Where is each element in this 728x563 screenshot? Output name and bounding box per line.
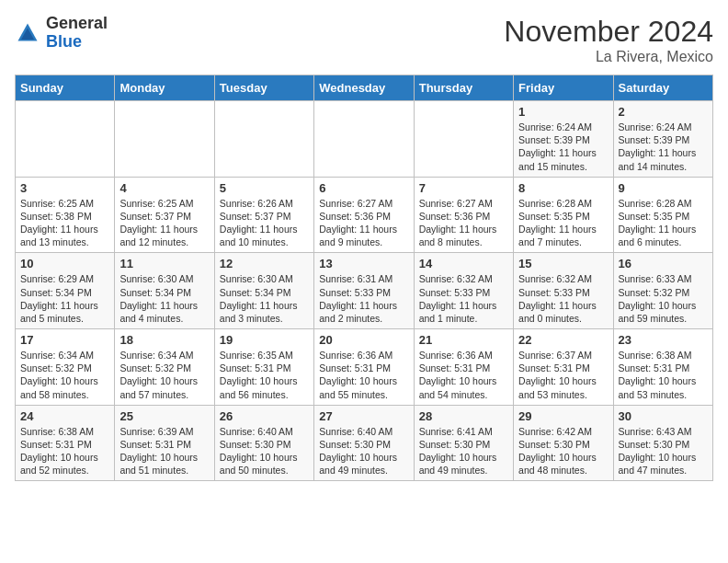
month-title: November 2024 bbox=[504, 15, 713, 49]
day-info-line: Daylight: 11 hours and 7 minutes. bbox=[518, 223, 608, 248]
day-number: 15 bbox=[518, 257, 608, 270]
calendar-header-row: SundayMondayTuesdayWednesdayThursdayFrid… bbox=[16, 75, 713, 101]
day-info-line: Daylight: 10 hours and 54 minutes. bbox=[419, 374, 508, 400]
day-info-line: Daylight: 10 hours and 55 minutes. bbox=[319, 374, 408, 400]
day-info-line: Sunset: 5:31 PM bbox=[20, 438, 109, 451]
day-info-line: Sunset: 5:39 PM bbox=[619, 133, 708, 146]
calendar-day-cell: 12Sunrise: 6:30 AMSunset: 5:34 PMDayligh… bbox=[214, 253, 313, 329]
day-info-line: Sunset: 5:31 PM bbox=[220, 362, 309, 374]
day-info-line: Daylight: 10 hours and 53 minutes. bbox=[619, 374, 708, 400]
day-info-line: Sunset: 5:38 PM bbox=[20, 210, 109, 223]
empty-day-cell bbox=[115, 101, 214, 178]
day-info-line: Daylight: 10 hours and 57 minutes. bbox=[119, 374, 209, 400]
empty-day-cell bbox=[414, 101, 513, 178]
day-info-line: Sunrise: 6:32 AM bbox=[518, 272, 608, 285]
day-number: 6 bbox=[319, 181, 408, 195]
col-header-friday: Friday bbox=[514, 75, 613, 101]
day-info-line: Sunset: 5:32 PM bbox=[619, 286, 708, 299]
day-info-line: Daylight: 10 hours and 49 minutes. bbox=[319, 451, 408, 477]
day-number: 29 bbox=[518, 409, 608, 423]
day-info-line: Daylight: 11 hours and 9 minutes. bbox=[319, 223, 408, 248]
col-header-tuesday: Tuesday bbox=[214, 75, 313, 101]
logo: General Blue bbox=[15, 15, 108, 52]
day-info-line: Sunset: 5:33 PM bbox=[518, 286, 608, 299]
day-info-line: Sunrise: 6:25 AM bbox=[119, 197, 209, 210]
day-info-line: Daylight: 11 hours and 4 minutes. bbox=[119, 299, 209, 325]
calendar-day-cell: 4Sunrise: 6:25 AMSunset: 5:37 PMDaylight… bbox=[115, 177, 214, 253]
calendar-week-row: 1Sunrise: 6:24 AMSunset: 5:39 PMDaylight… bbox=[16, 101, 713, 178]
day-info-line: Sunrise: 6:31 AM bbox=[319, 272, 408, 285]
day-number: 13 bbox=[319, 257, 408, 270]
day-info-line: Sunset: 5:32 PM bbox=[20, 362, 109, 374]
day-info-line: Daylight: 10 hours and 47 minutes. bbox=[619, 451, 708, 477]
day-info-line: Sunset: 5:36 PM bbox=[419, 210, 508, 223]
day-info-line: Daylight: 11 hours and 5 minutes. bbox=[20, 299, 109, 325]
day-info-line: Sunrise: 6:35 AM bbox=[220, 349, 309, 362]
day-number: 9 bbox=[619, 181, 708, 195]
day-info-line: Sunrise: 6:32 AM bbox=[419, 272, 508, 285]
day-info-line: Sunrise: 6:30 AM bbox=[119, 272, 209, 285]
day-info-line: Sunrise: 6:26 AM bbox=[220, 197, 309, 210]
day-info-line: Daylight: 11 hours and 14 minutes. bbox=[619, 146, 708, 172]
day-info-line: Sunset: 5:36 PM bbox=[319, 210, 408, 223]
day-info-line: Sunrise: 6:37 AM bbox=[518, 349, 608, 362]
day-info-line: Sunset: 5:31 PM bbox=[419, 362, 508, 374]
day-info-line: Sunrise: 6:27 AM bbox=[319, 197, 408, 210]
col-header-monday: Monday bbox=[115, 75, 214, 101]
day-info-line: Sunset: 5:37 PM bbox=[119, 210, 209, 223]
calendar-day-cell: 10Sunrise: 6:29 AMSunset: 5:34 PMDayligh… bbox=[16, 253, 115, 329]
day-info-line: Sunrise: 6:28 AM bbox=[518, 197, 608, 210]
calendar-week-row: 17Sunrise: 6:34 AMSunset: 5:32 PMDayligh… bbox=[16, 329, 713, 406]
day-info-line: Sunrise: 6:40 AM bbox=[220, 425, 309, 438]
day-info-line: Daylight: 11 hours and 1 minute. bbox=[419, 299, 508, 325]
day-info-line: Sunset: 5:30 PM bbox=[619, 438, 708, 451]
calendar-day-cell: 19Sunrise: 6:35 AMSunset: 5:31 PMDayligh… bbox=[214, 329, 313, 406]
calendar-day-cell: 3Sunrise: 6:25 AMSunset: 5:38 PMDaylight… bbox=[16, 177, 115, 253]
day-number: 30 bbox=[619, 409, 708, 423]
day-number: 27 bbox=[319, 409, 408, 423]
logo-icon bbox=[15, 20, 40, 46]
day-info-line: Sunrise: 6:34 AM bbox=[119, 349, 209, 362]
day-number: 21 bbox=[419, 333, 508, 347]
calendar-day-cell: 13Sunrise: 6:31 AMSunset: 5:33 PMDayligh… bbox=[314, 253, 414, 329]
calendar-day-cell: 6Sunrise: 6:27 AMSunset: 5:36 PMDaylight… bbox=[314, 177, 414, 253]
calendar-day-cell: 11Sunrise: 6:30 AMSunset: 5:34 PMDayligh… bbox=[115, 253, 214, 329]
col-header-wednesday: Wednesday bbox=[314, 75, 414, 101]
empty-day-cell bbox=[214, 101, 313, 178]
day-info-line: Sunset: 5:35 PM bbox=[518, 210, 608, 223]
day-info-line: Sunset: 5:34 PM bbox=[220, 286, 309, 299]
calendar-table: SundayMondayTuesdayWednesdayThursdayFrid… bbox=[15, 75, 713, 481]
day-info-line: Daylight: 11 hours and 2 minutes. bbox=[319, 299, 408, 325]
day-info-line: Daylight: 11 hours and 10 minutes. bbox=[220, 223, 309, 248]
day-info-line: Sunrise: 6:36 AM bbox=[419, 349, 508, 362]
day-number: 11 bbox=[119, 257, 209, 270]
calendar-day-cell: 29Sunrise: 6:42 AMSunset: 5:30 PMDayligh… bbox=[514, 405, 613, 481]
day-info-line: Daylight: 10 hours and 51 minutes. bbox=[119, 451, 209, 477]
title-block: November 2024 La Rivera, Mexico bbox=[504, 15, 713, 65]
day-info-line: Sunrise: 6:38 AM bbox=[20, 425, 109, 438]
calendar-day-cell: 14Sunrise: 6:32 AMSunset: 5:33 PMDayligh… bbox=[414, 253, 513, 329]
day-info-line: Daylight: 11 hours and 13 minutes. bbox=[20, 223, 109, 248]
calendar-day-cell: 17Sunrise: 6:34 AMSunset: 5:32 PMDayligh… bbox=[16, 329, 115, 406]
calendar-day-cell: 7Sunrise: 6:27 AMSunset: 5:36 PMDaylight… bbox=[414, 177, 513, 253]
day-info-line: Sunrise: 6:27 AM bbox=[419, 197, 508, 210]
calendar-day-cell: 22Sunrise: 6:37 AMSunset: 5:31 PMDayligh… bbox=[514, 329, 613, 406]
day-number: 18 bbox=[119, 333, 209, 347]
day-info-line: Sunrise: 6:25 AM bbox=[20, 197, 109, 210]
day-number: 16 bbox=[619, 257, 708, 270]
day-info-line: Sunset: 5:34 PM bbox=[20, 286, 109, 299]
day-info-line: Daylight: 10 hours and 52 minutes. bbox=[20, 451, 109, 477]
day-info-line: Daylight: 10 hours and 56 minutes. bbox=[220, 374, 309, 400]
col-header-saturday: Saturday bbox=[613, 75, 712, 101]
day-info-line: Daylight: 10 hours and 49 minutes. bbox=[419, 451, 508, 477]
col-header-sunday: Sunday bbox=[16, 75, 115, 101]
day-info-line: Sunrise: 6:38 AM bbox=[619, 349, 708, 362]
logo-general-text: General bbox=[46, 15, 108, 33]
calendar-day-cell: 2Sunrise: 6:24 AMSunset: 5:39 PMDaylight… bbox=[613, 101, 712, 178]
calendar-day-cell: 9Sunrise: 6:28 AMSunset: 5:35 PMDaylight… bbox=[613, 177, 712, 253]
day-number: 4 bbox=[119, 181, 209, 195]
day-number: 19 bbox=[220, 333, 309, 347]
day-number: 1 bbox=[518, 105, 608, 119]
day-number: 8 bbox=[518, 181, 608, 195]
logo-text: General Blue bbox=[46, 15, 108, 52]
